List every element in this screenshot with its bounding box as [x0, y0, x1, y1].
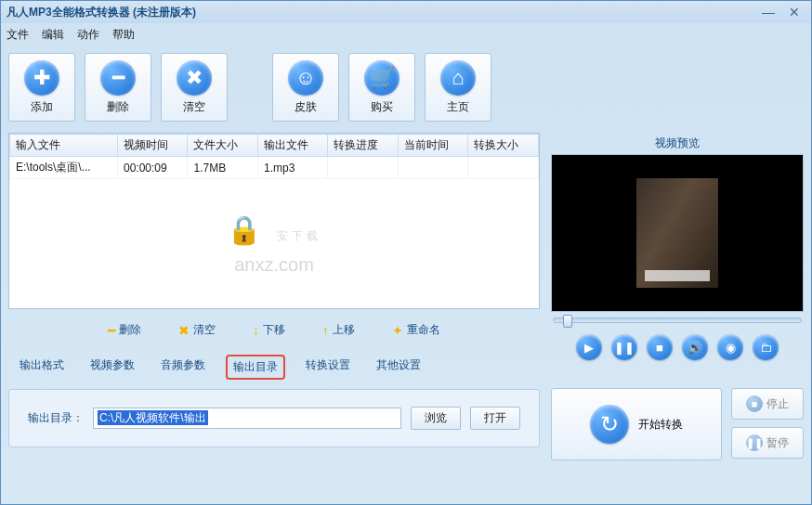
titlebar: 凡人MP3全能格式转换器 (未注册版本) — ✕	[1, 1, 811, 23]
outdir-path-text: C:\凡人视频软件\输出	[98, 410, 208, 425]
watermark-icon: 🔒 安下载	[227, 214, 321, 246]
add-button[interactable]: ✚ 添加	[8, 53, 75, 122]
volume-button[interactable]: 🔊	[682, 334, 708, 360]
stop-icon: ■	[746, 395, 763, 412]
cart-icon: 🛒	[364, 60, 399, 96]
snapshot-button[interactable]: ◉	[717, 334, 743, 360]
cell-duration: 00:00:09	[117, 157, 188, 179]
left-pane: 输入文件 视频时间 文件大小 输出文件 转换进度 当前时间 转换大小 E:\to…	[8, 133, 540, 460]
right-pane: 视频预览 ▶ ❚❚ ■ 🔊 ◉ 🗀 ↻ 开始转换	[551, 133, 804, 460]
cell-progress	[328, 157, 399, 179]
clear-button[interactable]: ✖ 清空	[161, 53, 228, 122]
preview-title: 视频预览	[551, 133, 804, 154]
listop-delete-label: 删除	[119, 322, 141, 338]
pause-label: 暂停	[766, 435, 789, 451]
open-button[interactable]: 打开	[470, 407, 520, 430]
listop-rename[interactable]: ✦重命名	[392, 322, 440, 338]
minus-icon: ━	[100, 60, 136, 96]
home-label: 主页	[447, 99, 469, 115]
list-operations: ━删除 ✖清空 ↓下移 ↑上移 ✦重命名	[8, 309, 540, 351]
tab-vparams[interactable]: 视频参数	[85, 355, 140, 380]
skin-label: 皮肤	[295, 99, 317, 115]
tab-outdir[interactable]: 输出目录	[226, 355, 285, 380]
play-button[interactable]: ▶	[576, 334, 602, 360]
plus-icon: ✚	[24, 60, 59, 96]
stop-button[interactable]: ■ 停止	[731, 388, 804, 420]
outdir-label: 输出目录：	[28, 410, 84, 426]
refresh-icon: ↻	[590, 405, 629, 444]
side-buttons: ■ 停止 ❚❚ 暂停	[731, 388, 804, 460]
add-label: 添加	[31, 99, 53, 115]
col-current[interactable]: 当前时间	[398, 135, 468, 157]
dash-icon: ━	[108, 323, 115, 338]
skin-button[interactable]: ☺ 皮肤	[272, 53, 339, 122]
arrow-down-icon: ↓	[253, 323, 259, 338]
seek-slider[interactable]	[553, 317, 802, 323]
file-table: 输入文件 视频时间 文件大小 输出文件 转换进度 当前时间 转换大小 E:\to…	[9, 134, 539, 179]
preview-thumbnail	[636, 178, 718, 288]
tab-other[interactable]: 其他设置	[371, 355, 426, 380]
menu-action[interactable]: 动作	[77, 27, 99, 43]
menu-file[interactable]: 文件	[7, 27, 29, 43]
pause-button[interactable]: ❚❚	[611, 334, 637, 360]
watermark-text: anxz.com	[234, 254, 314, 276]
clear-label: 清空	[183, 99, 205, 115]
x-small-icon: ✖	[178, 323, 190, 338]
delete-label: 删除	[107, 99, 129, 115]
home-icon: ⌂	[440, 60, 476, 96]
listop-rename-label: 重命名	[407, 322, 440, 338]
close-button[interactable]: ✕	[783, 5, 805, 19]
cell-input: E:\tools\桌面\...	[10, 157, 118, 179]
stop-media-button[interactable]: ■	[647, 334, 673, 360]
listop-clear-label: 清空	[193, 322, 216, 338]
delete-button[interactable]: ━ 删除	[85, 53, 151, 122]
col-size[interactable]: 文件大小	[188, 135, 258, 157]
outdir-input[interactable]: C:\凡人视频软件\输出	[93, 408, 401, 429]
toolbar: ✚ 添加 ━ 删除 ✖ 清空 ☺ 皮肤 🛒 购买 ⌂ 主页	[1, 45, 811, 129]
browse-button[interactable]: 浏览	[411, 407, 461, 430]
buy-label: 购买	[371, 99, 393, 115]
menu-edit[interactable]: 编辑	[42, 27, 64, 43]
rename-icon: ✦	[392, 323, 403, 338]
settings-tabs: 输出格式 视频参数 音频参数 输出目录 转换设置 其他设置	[8, 351, 540, 383]
window-title: 凡人MP3全能格式转换器 (未注册版本)	[7, 5, 753, 20]
toolbar-spacer	[237, 53, 263, 122]
start-convert-label: 开始转换	[638, 417, 683, 433]
smile-icon: ☺	[288, 60, 323, 96]
listop-down-label: 下移	[263, 322, 285, 338]
menu-help[interactable]: 帮助	[112, 27, 135, 43]
home-button[interactable]: ⌂ 主页	[425, 53, 491, 122]
col-input[interactable]: 输入文件	[10, 135, 118, 157]
file-table-frame: 输入文件 视频时间 文件大小 输出文件 转换进度 当前时间 转换大小 E:\to…	[8, 133, 540, 309]
col-duration[interactable]: 视频时间	[117, 135, 188, 157]
x-icon: ✖	[177, 60, 212, 96]
tab-convset[interactable]: 转换设置	[300, 355, 356, 380]
video-preview[interactable]	[551, 154, 804, 312]
minimize-button[interactable]: —	[757, 5, 779, 19]
col-output[interactable]: 输出文件	[257, 135, 328, 157]
cell-convsize	[468, 157, 539, 179]
listop-up-label: 上移	[333, 322, 355, 338]
app-window: 凡人MP3全能格式转换器 (未注册版本) — ✕ 文件 编辑 动作 帮助 ✚ 添…	[0, 0, 812, 505]
cell-size: 1.7MB	[188, 157, 258, 179]
cell-output: 1.mp3	[257, 157, 328, 179]
buy-button[interactable]: 🛒 购买	[348, 53, 415, 122]
tab-aparams[interactable]: 音频参数	[155, 355, 211, 380]
tab-format[interactable]: 输出格式	[14, 355, 70, 380]
content-area: 输入文件 视频时间 文件大小 输出文件 转换进度 当前时间 转换大小 E:\to…	[1, 129, 811, 464]
col-convsize[interactable]: 转换大小	[468, 135, 539, 157]
folder-button[interactable]: 🗀	[753, 334, 779, 360]
col-progress[interactable]: 转换进度	[328, 135, 399, 157]
media-controls: ▶ ❚❚ ■ 🔊 ◉ 🗀	[551, 329, 804, 371]
start-convert-button[interactable]: ↻ 开始转换	[551, 388, 722, 460]
conversion-buttons: ↻ 开始转换 ■ 停止 ❚❚ 暂停	[551, 388, 804, 460]
output-panel: 输出目录： C:\凡人视频软件\输出 浏览 打开	[8, 389, 540, 447]
table-row[interactable]: E:\tools\桌面\... 00:00:09 1.7MB 1.mp3	[10, 157, 539, 179]
listop-down[interactable]: ↓下移	[253, 322, 285, 338]
seek-knob[interactable]	[563, 315, 572, 328]
cell-current	[398, 157, 468, 179]
listop-delete[interactable]: ━删除	[108, 322, 141, 338]
listop-clear[interactable]: ✖清空	[178, 322, 216, 338]
listop-up[interactable]: ↑上移	[322, 322, 355, 338]
pause-convert-button[interactable]: ❚❚ 暂停	[731, 427, 804, 459]
